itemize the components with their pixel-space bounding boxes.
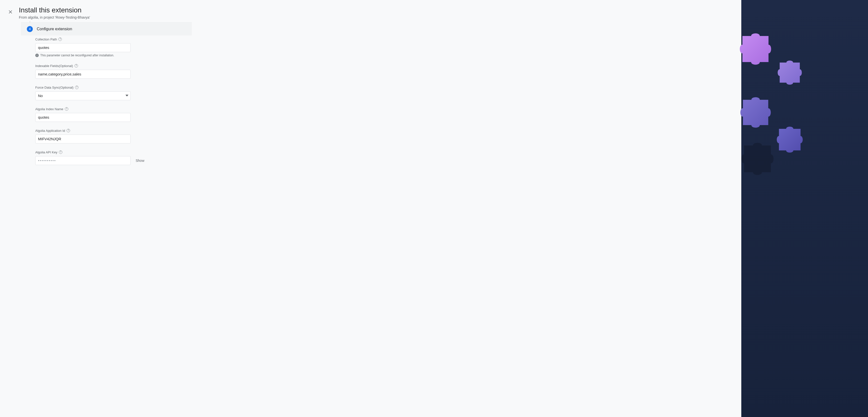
label-text: Indexable Fields(Optional) xyxy=(35,64,73,68)
field-indexable-fields: Indexable Fields(Optional) ? xyxy=(35,64,145,79)
info-icon: i xyxy=(35,54,39,57)
label-text: Collection Path xyxy=(35,37,57,41)
step-number-badge: 4 xyxy=(27,26,33,32)
field-algolia-app-id: Algolia Application Id ? xyxy=(35,129,145,143)
help-icon[interactable]: ? xyxy=(65,107,68,111)
configure-form: Collection Path ? i This parameter canno… xyxy=(35,35,145,165)
field-algolia-index-name: Algolia Index Name ? xyxy=(35,107,145,122)
dialog-header: Install this extension From algolia, in … xyxy=(0,0,741,22)
label-text: Algolia Index Name xyxy=(35,107,63,111)
helper-collection-path: i This parameter cannot be reconfigured … xyxy=(35,54,145,57)
helper-text: This parameter cannot be reconfigured af… xyxy=(40,54,114,57)
step-title: Configure extension xyxy=(37,27,72,31)
label-indexable-fields: Indexable Fields(Optional) ? xyxy=(35,64,145,68)
page-subtitle: From algolia, in project 'Rowy-Testing-B… xyxy=(19,15,90,20)
help-icon[interactable]: ? xyxy=(74,64,78,68)
input-collection-path[interactable] xyxy=(35,43,131,52)
input-indexable-fields[interactable] xyxy=(35,70,131,79)
side-illustration xyxy=(741,0,868,417)
page-title: Install this extension xyxy=(19,6,90,14)
field-force-data-sync: Force Data Sync(Optional) ? No xyxy=(35,85,145,100)
close-icon xyxy=(8,9,13,14)
label-algolia-api-key: Algolia API Key ? xyxy=(35,150,145,154)
field-algolia-api-key: Algolia API Key ? Show xyxy=(35,150,145,165)
help-icon[interactable]: ? xyxy=(58,37,62,41)
label-algolia-index-name: Algolia Index Name ? xyxy=(35,107,145,111)
label-force-data-sync: Force Data Sync(Optional) ? xyxy=(35,85,145,90)
label-algolia-app-id: Algolia Application Id ? xyxy=(35,129,145,133)
label-text: Algolia API Key xyxy=(35,150,57,154)
main-content: Install this extension From algolia, in … xyxy=(0,0,741,417)
help-icon[interactable]: ? xyxy=(75,85,79,89)
puzzle-piece-icon xyxy=(770,56,810,90)
field-collection-path: Collection Path ? i This parameter canno… xyxy=(35,37,145,57)
step-section-header: 4 Configure extension xyxy=(21,22,192,35)
chevron-down-icon xyxy=(125,94,128,98)
api-key-row: Show xyxy=(35,156,145,165)
help-icon[interactable]: ? xyxy=(59,150,62,154)
title-block: Install this extension From algolia, in … xyxy=(19,6,90,20)
label-text: Force Data Sync(Optional) xyxy=(35,85,73,90)
puzzle-piece-icon xyxy=(767,121,812,158)
label-text: Algolia Application Id xyxy=(35,129,65,133)
input-algolia-api-key[interactable] xyxy=(35,156,131,165)
input-algolia-app-id[interactable] xyxy=(35,135,131,143)
select-value: No xyxy=(38,94,43,98)
show-api-key-button[interactable]: Show xyxy=(136,159,144,163)
select-force-data-sync[interactable]: No xyxy=(35,91,131,100)
label-collection-path: Collection Path ? xyxy=(35,37,145,41)
close-button[interactable] xyxy=(6,7,15,16)
help-icon[interactable]: ? xyxy=(67,129,70,132)
input-algolia-index-name[interactable] xyxy=(35,113,131,122)
